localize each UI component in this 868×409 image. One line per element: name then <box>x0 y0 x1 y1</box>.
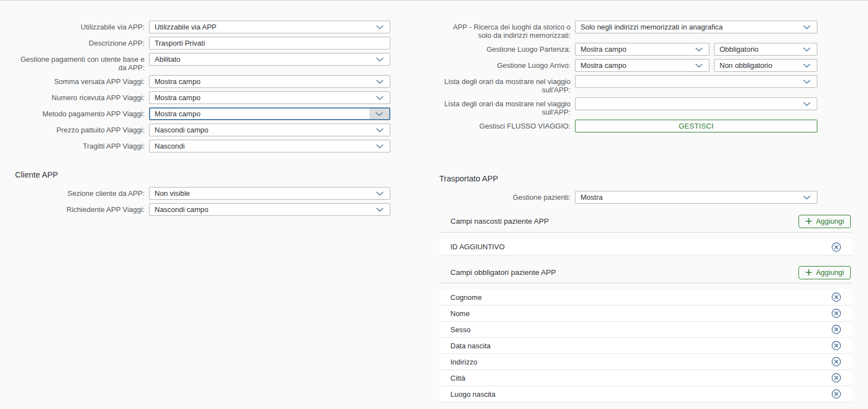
field-label: Numero ricevuta APP Viaggi: <box>13 91 149 102</box>
chevron-down-icon <box>797 191 817 203</box>
remove-icon[interactable] <box>831 389 841 399</box>
remove-icon[interactable] <box>831 341 841 351</box>
chevron-down-icon <box>370 21 390 33</box>
select-value: Nascondi campo <box>150 205 370 214</box>
list-item-label: ID AGGIUNTIVO <box>439 243 831 251</box>
chevron-down-icon <box>369 109 389 119</box>
remove-icon[interactable] <box>831 373 841 383</box>
list-item: ID AGGIUNTIVO <box>439 239 852 255</box>
chevron-down-icon <box>797 21 817 33</box>
required-fields-title: Campi obbligatori paziente APP <box>439 268 556 277</box>
chevron-down-icon <box>370 140 390 152</box>
form-row: Gestisci FLUSSO VIAGGIO: GESTISCI <box>439 120 817 132</box>
list-item: Nome <box>439 305 852 322</box>
richiedente-select[interactable]: Nascondi campo <box>149 203 390 216</box>
form-row: Gestione pagamenti con utente base e da … <box>13 53 390 72</box>
hidden-fields-toolbar: Campi nascosti paziente APP Aggiungi <box>439 210 852 233</box>
lista-orari-select-1[interactable] <box>575 75 817 88</box>
field-label: Lista degli orari da mostrare nel viaggi… <box>439 75 575 94</box>
form-row: Metodo pagamento APP Viaggi: Mostra camp… <box>13 107 390 120</box>
remove-icon[interactable] <box>831 357 841 367</box>
form-row: Utilizzabile via APP: Utilizzabile via A… <box>13 21 390 33</box>
remove-icon[interactable] <box>831 308 841 318</box>
form-row: Somma versata APP Viaggi: Mostra campo <box>13 75 390 88</box>
gestisci-button[interactable]: GESTISCI <box>575 120 817 132</box>
list-item: Sesso <box>439 322 852 338</box>
field-label: Lista degli orari da mostrare nel viaggi… <box>439 97 575 116</box>
add-hidden-field-button[interactable]: Aggiungi <box>798 215 851 228</box>
somma-versata-select[interactable]: Mostra campo <box>149 75 390 88</box>
chevron-down-icon <box>370 188 390 199</box>
field-label: Somma versata APP Viaggi: <box>13 75 149 86</box>
lista-orari-select-2[interactable] <box>575 97 817 110</box>
prezzo-pattuito-select[interactable]: Nascondi campo <box>149 124 390 136</box>
form-row: Tragitti APP Viaggi: Nascondi <box>13 140 390 152</box>
select-value: Non visible <box>150 189 370 198</box>
list-item-label: Indirizzo <box>439 358 831 366</box>
chevron-down-icon <box>797 43 817 55</box>
luogo-partenza-visibility-select[interactable]: Mostra campo <box>575 43 710 56</box>
trasportato-app-section-title: Trasportato APP <box>439 174 852 183</box>
select-value: Nascondi <box>150 142 370 150</box>
chevron-down-icon <box>797 76 817 87</box>
gestione-pazienti-select[interactable]: Mostra <box>575 191 817 204</box>
form-row: Lista degli orari da mostrare nel viaggi… <box>439 75 817 94</box>
remove-icon[interactable] <box>831 324 841 334</box>
remove-icon[interactable] <box>831 292 841 302</box>
hidden-fields-list: ID AGGIUNTIVO <box>439 239 852 255</box>
add-button-label: Aggiungi <box>816 268 844 277</box>
chevron-down-icon <box>689 43 709 55</box>
remove-icon[interactable] <box>831 242 841 252</box>
tragitti-select[interactable]: Nascondi <box>149 140 390 152</box>
form-row: Gestione Luogo Partenza: Mostra campo Ob… <box>439 43 817 56</box>
form-row: Richiedente APP Viaggi: Nascondi campo <box>13 203 390 216</box>
field-label: Gestione pazienti: <box>439 191 575 201</box>
select-value: Mostra campo <box>150 77 370 86</box>
select-value: Obbligatorio <box>715 45 797 53</box>
list-item: Cognome <box>439 289 852 305</box>
luogo-arrivo-visibility-select[interactable]: Mostra campo <box>575 59 710 72</box>
utilizzabile-via-app-select[interactable]: Utilizzabile via APP <box>149 21 390 33</box>
select-value: Mostra campo <box>150 93 370 102</box>
field-label: Gestisci FLUSSO VIAGGIO: <box>439 120 575 130</box>
gestione-pagamenti-select[interactable]: Abilitato <box>149 53 390 66</box>
select-value: Mostra <box>576 193 797 201</box>
ricerca-luoghi-select[interactable]: Solo negli indirizzi memorizzati in anag… <box>575 21 817 33</box>
numero-ricevuta-select[interactable]: Mostra campo <box>149 91 390 104</box>
list-item-label: Città <box>439 374 831 382</box>
select-value: Non obbligatorio <box>715 61 797 70</box>
chevron-down-icon <box>797 60 817 71</box>
field-label: Utilizzabile via APP: <box>13 21 149 31</box>
select-value: Mostra campo <box>150 110 369 118</box>
chevron-down-icon <box>370 53 390 65</box>
hidden-fields-title: Campi nascosti paziente APP <box>439 217 549 225</box>
descrizione-app-input[interactable] <box>149 37 390 50</box>
chevron-down-icon <box>370 124 390 136</box>
form-row: Prezzo pattuito APP Viaggi: Nascondi cam… <box>13 124 390 136</box>
form-row: Descrizione APP: <box>13 37 390 50</box>
chevron-down-icon <box>797 98 817 110</box>
select-value: Mostra campo <box>576 45 689 53</box>
add-button-label: Aggiungi <box>816 217 844 225</box>
field-label: APP - Ricerca dei luoghi da storico o so… <box>439 21 575 40</box>
plus-icon <box>805 269 812 276</box>
list-item-label: Nome <box>439 309 831 318</box>
metodo-pagamento-select[interactable]: Mostra campo <box>149 107 390 120</box>
luogo-arrivo-required-select[interactable]: Non obbligatorio <box>714 59 817 72</box>
sezione-cliente-select[interactable]: Non visible <box>149 187 390 200</box>
form-row: APP - Ricerca dei luoghi da storico o so… <box>439 21 817 40</box>
right-column: APP - Ricerca dei luoghi da storico o so… <box>439 1 852 402</box>
field-label: Prezzo pattuito APP Viaggi: <box>13 124 149 134</box>
list-item-label: Sesso <box>439 326 831 334</box>
luogo-partenza-required-select[interactable]: Obbligatorio <box>714 43 817 56</box>
form-row: Gestione Luogo Arrivo: Mostra campo Non … <box>439 59 817 72</box>
add-required-field-button[interactable]: Aggiungi <box>798 266 851 279</box>
field-label: Gestione pagamenti con utente base e da … <box>13 53 149 72</box>
chevron-down-icon <box>689 60 709 71</box>
select-value: Nascondi campo <box>150 126 370 134</box>
plus-icon <box>805 218 812 225</box>
field-label: Sezione cliente da APP: <box>13 187 149 198</box>
list-item-label: Data nascita <box>439 342 831 350</box>
list-item-label: Cognome <box>439 293 831 302</box>
list-item: Data nascita <box>439 338 852 354</box>
